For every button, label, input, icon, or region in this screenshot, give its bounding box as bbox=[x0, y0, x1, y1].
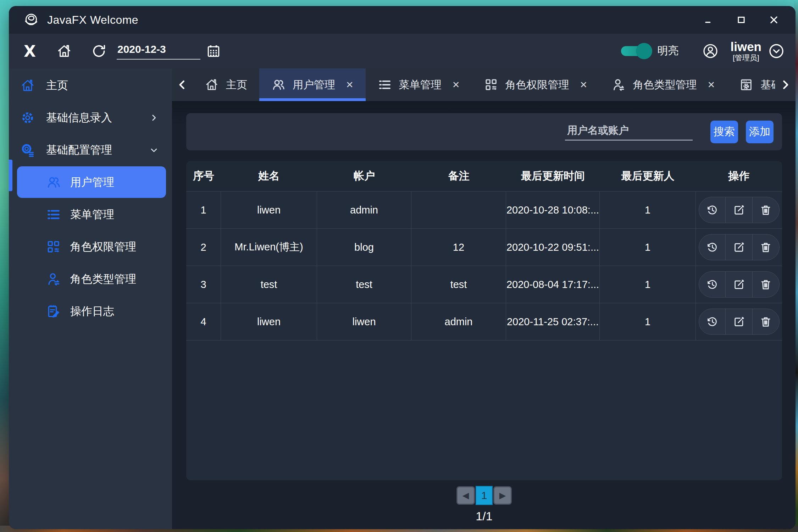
history-icon bbox=[706, 315, 719, 328]
pagination-buttons: ◀ 1 ▶ bbox=[456, 486, 512, 505]
app-logo-icon bbox=[23, 12, 39, 28]
tab-label: 主页 bbox=[226, 78, 247, 92]
table-row[interactable]: 4 liwen liwen admin 2020-11-25 02:37:...… bbox=[186, 303, 782, 340]
table-row[interactable]: 3 test test test 2020-08-04 17:17:... 1 bbox=[186, 266, 782, 303]
app-window: JavaFX Welcome X 2020-12-3 明亮 liwen [管理员… bbox=[9, 6, 796, 529]
cell-no: 3 bbox=[186, 266, 221, 303]
tab-basic[interactable]: 基础 bbox=[727, 68, 775, 101]
search-button[interactable]: 搜索 bbox=[710, 121, 738, 143]
sidebar-item-role-permission[interactable]: 角色权限管理 bbox=[9, 231, 172, 263]
history-button[interactable] bbox=[699, 272, 726, 297]
cell-remark: test bbox=[411, 266, 506, 303]
sidebar-item-basic-info-entry[interactable]: 基础信息录入 bbox=[9, 101, 172, 134]
user-role: [管理员] bbox=[733, 54, 759, 62]
cell-updated: 2020-10-22 09:51:... bbox=[506, 229, 600, 266]
date-input[interactable]: 2020-12-3 bbox=[117, 43, 200, 60]
edit-button[interactable] bbox=[726, 309, 753, 334]
sidebar-item-role-type[interactable]: 角色类型管理 bbox=[9, 263, 172, 295]
sidebar-item-basic-config[interactable]: 基础配置管理 bbox=[9, 134, 172, 166]
cell-actions bbox=[696, 303, 782, 340]
sidebar: 主页 基础信息录入 基础配置管理 用户管理 菜单管理 bbox=[9, 68, 172, 529]
edit-button[interactable] bbox=[726, 234, 753, 260]
add-button[interactable]: 添加 bbox=[746, 121, 774, 143]
trash-icon bbox=[759, 241, 772, 254]
table-row[interactable]: 1 liwen admin 2020-10-28 10:08:... 1 bbox=[186, 192, 782, 229]
sidebar-item-menu-management[interactable]: 菜单管理 bbox=[9, 198, 172, 231]
cell-account: admin bbox=[317, 192, 411, 228]
close-button[interactable] bbox=[768, 14, 780, 26]
delete-button[interactable] bbox=[753, 309, 779, 334]
current-page-button[interactable]: 1 bbox=[476, 486, 493, 505]
sidebar-item-label: 基础信息录入 bbox=[46, 110, 112, 125]
delete-button[interactable] bbox=[753, 197, 779, 223]
row-actions bbox=[699, 309, 780, 335]
grid-sliders-icon bbox=[484, 78, 498, 92]
user-block: liwen [管理员] bbox=[730, 40, 761, 62]
history-button[interactable] bbox=[699, 309, 726, 334]
home-button[interactable] bbox=[56, 43, 72, 59]
body-row: 主页 基础信息录入 基础配置管理 用户管理 菜单管理 bbox=[9, 68, 796, 529]
tab-close-icon[interactable]: ✕ bbox=[346, 79, 354, 90]
cell-account: liwen bbox=[317, 303, 411, 340]
table-empty-space bbox=[186, 340, 782, 480]
history-icon bbox=[706, 204, 719, 216]
cell-actions bbox=[696, 192, 782, 228]
refresh-button[interactable] bbox=[91, 43, 107, 59]
delete-button[interactable] bbox=[753, 272, 779, 297]
cell-remark: admin bbox=[411, 303, 506, 340]
cell-updater: 1 bbox=[600, 266, 696, 303]
tab-close-icon[interactable]: ✕ bbox=[707, 79, 715, 90]
grid-sliders-icon bbox=[46, 239, 61, 254]
edit-button[interactable] bbox=[726, 272, 753, 297]
sidebar-item-operation-log[interactable]: 操作日志 bbox=[9, 295, 172, 327]
cell-remark bbox=[411, 192, 506, 228]
cell-name: liwen bbox=[221, 303, 317, 340]
tab-label: 基础 bbox=[760, 78, 775, 92]
tab-close-icon[interactable]: ✕ bbox=[452, 79, 460, 90]
user-name: liwen bbox=[730, 40, 761, 54]
chevron-down-icon bbox=[149, 145, 159, 155]
history-button[interactable] bbox=[699, 234, 726, 260]
theme-toggle[interactable] bbox=[621, 46, 649, 56]
sidebar-item-label: 角色权限管理 bbox=[70, 239, 136, 254]
maximize-button[interactable] bbox=[735, 14, 747, 26]
user-avatar-icon[interactable] bbox=[702, 43, 719, 60]
gear-icon bbox=[20, 110, 35, 125]
window-gear-icon bbox=[739, 78, 753, 92]
minimize-button[interactable] bbox=[703, 14, 715, 26]
calendar-icon[interactable] bbox=[206, 44, 221, 59]
delete-button[interactable] bbox=[753, 234, 779, 260]
cell-actions bbox=[696, 266, 782, 303]
list-icon bbox=[378, 78, 392, 92]
tab-home[interactable]: 主页 bbox=[193, 68, 259, 101]
cell-actions bbox=[696, 229, 782, 266]
users-icon bbox=[271, 78, 286, 92]
sidebar-item-user-management[interactable]: 用户管理 bbox=[17, 166, 166, 198]
tab-user-management[interactable]: 用户管理 ✕ bbox=[259, 68, 366, 101]
tab-role-type[interactable]: 角色类型管理 ✕ bbox=[599, 68, 727, 101]
cell-name: liwen bbox=[221, 192, 317, 228]
tab-menu-management[interactable]: 菜单管理 ✕ bbox=[366, 68, 472, 101]
table-header: 序号 姓名 帐户 备注 最后更新时间 最后更新人 操作 bbox=[186, 161, 782, 192]
history-button[interactable] bbox=[699, 197, 726, 223]
toolbar-right: 明亮 liwen [管理员] bbox=[621, 40, 785, 62]
pagination: ◀ 1 ▶ 1/1 bbox=[186, 480, 782, 523]
user-menu-chevron-icon[interactable] bbox=[768, 43, 785, 60]
cell-no: 4 bbox=[186, 303, 221, 340]
search-panel: 搜索 添加 bbox=[186, 113, 782, 150]
x-logo-button[interactable]: X bbox=[22, 42, 37, 60]
tab-scroll-left-button[interactable] bbox=[172, 68, 193, 101]
edit-button[interactable] bbox=[726, 197, 753, 223]
sidebar-item-label: 用户管理 bbox=[70, 175, 114, 190]
tab-close-icon[interactable]: ✕ bbox=[580, 79, 588, 90]
sidebar-item-home[interactable]: 主页 bbox=[9, 69, 172, 101]
next-page-button[interactable]: ▶ bbox=[493, 486, 512, 505]
window-controls bbox=[703, 14, 780, 26]
prev-page-button[interactable]: ◀ bbox=[456, 486, 475, 505]
tab-scroll-right-button[interactable] bbox=[775, 68, 796, 101]
table-row[interactable]: 2 Mr.Liwen(博主) blog 12 2020-10-22 09:51:… bbox=[186, 229, 782, 266]
search-input[interactable] bbox=[565, 123, 693, 140]
tab-role-permission[interactable]: 角色权限管理 ✕ bbox=[472, 68, 600, 101]
cell-remark: 12 bbox=[411, 229, 506, 266]
cell-updated: 2020-11-25 02:37:... bbox=[506, 303, 600, 340]
